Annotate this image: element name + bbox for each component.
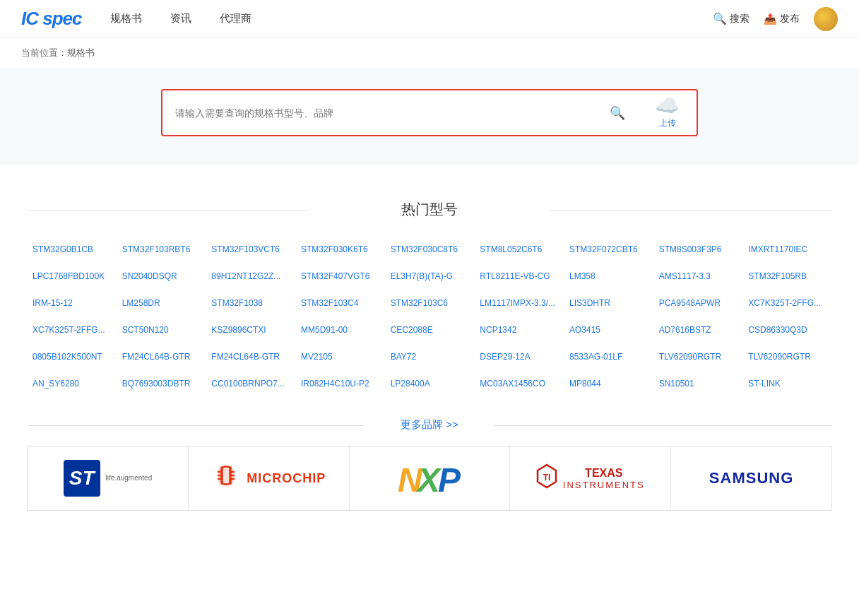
brand-samsung[interactable]: SAMSUNG	[671, 446, 831, 510]
part-item[interactable]: AMS1117-3.3	[653, 263, 743, 290]
part-item[interactable]: EL3H7(B)(TA)-G	[385, 263, 475, 290]
main-content: 热门型号 STM32G0B1CBSTM32F103RBT6STM32F103VC…	[6, 165, 853, 525]
nxp-logo: N X P	[394, 456, 465, 501]
part-item[interactable]: ST-LINK	[742, 370, 832, 397]
part-item[interactable]: NCP1342	[474, 316, 564, 343]
part-item[interactable]: SN10501	[653, 370, 743, 397]
part-item[interactable]: LPC1768FBD100K	[27, 263, 117, 290]
part-item[interactable]: CSD86330Q3D	[742, 316, 832, 343]
part-item[interactable]: LM1117IMPX-3.3/...	[474, 290, 564, 316]
header: IC spec 规格书 资讯 代理商 🔍 搜索 📤 发布	[0, 0, 859, 38]
part-item[interactable]: AO3415	[564, 316, 653, 343]
part-item[interactable]: MM5D91-00	[295, 316, 385, 343]
upload-label: 上传	[659, 117, 676, 129]
microchip-text: MICROCHIP	[247, 471, 326, 486]
upload-cloud-icon: ☁️	[655, 96, 680, 116]
avatar[interactable]	[814, 7, 838, 31]
brand-microchip[interactable]: MICROCHIP	[189, 446, 350, 510]
brand-nxp[interactable]: N X P	[350, 446, 511, 510]
breadcrumb: 当前位置：规格书	[0, 38, 859, 68]
nav-guigeshü[interactable]: 规格书	[110, 9, 142, 28]
part-item[interactable]: STM32F072CBT6	[564, 236, 653, 263]
part-item[interactable]: STM32F103C4	[295, 290, 385, 316]
part-item[interactable]: XC7K325T-2FFG...	[27, 316, 117, 343]
part-item[interactable]: FM24CL64B-GTR	[117, 343, 206, 370]
part-item[interactable]: CEC2088E	[385, 316, 475, 343]
microchip-icon	[211, 461, 241, 496]
part-item[interactable]: MV2105	[295, 343, 385, 370]
part-item[interactable]: STM32F103C6	[385, 290, 475, 316]
part-item[interactable]: STM32F407VGT6	[295, 263, 385, 290]
samsung-logo: SAMSUNG	[709, 469, 793, 487]
part-item[interactable]: AN_SY6280	[27, 370, 117, 397]
microchip-logo: MICROCHIP	[211, 461, 326, 496]
part-item[interactable]: CC0100BRNPO7...	[206, 370, 295, 397]
part-item[interactable]: STM8L052C6T6	[474, 236, 564, 263]
part-item[interactable]: FM24CL64B-GTR	[206, 343, 295, 370]
main-nav: 规格书 资讯 代理商	[110, 9, 713, 28]
svg-text:P: P	[438, 461, 461, 499]
nav-zixun[interactable]: 资讯	[170, 9, 191, 28]
part-item[interactable]: STM32G0B1CB	[27, 236, 117, 263]
part-item[interactable]: STM32F030K6T6	[295, 236, 385, 263]
part-item[interactable]: LM358	[564, 263, 653, 290]
part-item[interactable]: STM32F103VCT6	[206, 236, 295, 263]
part-item[interactable]: DSEP29-12A	[474, 343, 564, 370]
st-icon: ST	[64, 460, 100, 497]
logo[interactable]: IC spec	[21, 8, 82, 30]
part-item[interactable]: TLV62090RGTR	[742, 343, 832, 370]
part-item[interactable]: IMXRT1170IEC	[742, 236, 832, 263]
svg-text:TI: TI	[543, 473, 551, 482]
part-item[interactable]: LIS3DHTR	[564, 290, 653, 316]
parts-grid: STM32G0B1CBSTM32F103RBT6STM32F103VCT6STM…	[27, 236, 832, 397]
breadcrumb-text: 当前位置：规格书	[21, 47, 95, 58]
search-button[interactable]: 🔍 搜索	[713, 12, 750, 25]
brand-ti[interactable]: TI TEXAS INSTRUMENTS	[510, 446, 671, 510]
search-label: 搜索	[730, 13, 750, 25]
part-item[interactable]: AD7616BSTZ	[653, 316, 743, 343]
part-item[interactable]: PCA9548APWR	[653, 290, 743, 316]
part-item[interactable]: LM258DR	[117, 290, 206, 316]
part-item[interactable]: KSZ9896CTXI	[206, 316, 295, 343]
part-item[interactable]: RTL8211E-VB-CG	[474, 263, 564, 290]
publish-button[interactable]: 📤 发布	[764, 13, 800, 25]
part-item[interactable]: BQ7693003DBTR	[117, 370, 206, 397]
more-brands: 更多品牌 >>	[27, 418, 832, 432]
part-item[interactable]: 89H12NT12G2Z...	[206, 263, 295, 290]
ti-text1: TEXAS	[563, 467, 645, 480]
upload-button[interactable]: ☁️ 上传	[638, 90, 697, 135]
part-item[interactable]: STM8S003F3P6	[653, 236, 743, 263]
search-input[interactable]	[162, 96, 597, 130]
publish-icon: 📤	[764, 13, 777, 25]
part-item[interactable]: MP8044	[564, 370, 653, 397]
part-item[interactable]: STM32F105RB	[742, 263, 832, 290]
part-item[interactable]: 8533AG-01LF	[564, 343, 653, 370]
part-item[interactable]: TLV62090RGTR	[653, 343, 743, 370]
popular-section-title: 热门型号	[27, 200, 832, 219]
part-item[interactable]: IRM-15-12	[27, 290, 117, 316]
part-item[interactable]: STM32F030C8T6	[385, 236, 475, 263]
part-item[interactable]: STM32F103RBT6	[117, 236, 206, 263]
search-icon: 🔍	[713, 12, 727, 25]
part-item[interactable]: MC03AX1456CO	[474, 370, 564, 397]
part-item[interactable]: SCT50N120	[117, 316, 206, 343]
st-tagline: life.augmented	[106, 473, 153, 483]
ti-text2: INSTRUMENTS	[563, 480, 645, 490]
brand-logos: ST life.augmented MICROCHIP	[27, 446, 832, 511]
brand-st[interactable]: ST life.augmented	[28, 446, 189, 510]
part-item[interactable]: BAY72	[385, 343, 475, 370]
ti-logo: TI TEXAS INSTRUMENTS	[536, 463, 645, 494]
part-item[interactable]: STM32F1038	[206, 290, 295, 316]
search-area: 🔍 ☁️ 上传	[0, 68, 859, 165]
nav-dailishang[interactable]: 代理商	[220, 9, 251, 28]
part-item[interactable]: IR082H4C10U-P2	[295, 370, 385, 397]
part-item[interactable]: SN2040DSQR	[117, 263, 206, 290]
part-item[interactable]: XC7K325T-2FFG...	[742, 290, 832, 316]
st-logo: ST life.augmented	[64, 460, 153, 497]
part-item[interactable]: 0805B102K500NT	[27, 343, 117, 370]
avatar-image	[814, 7, 838, 31]
part-item[interactable]: LP28400A	[385, 370, 475, 397]
more-brands-link[interactable]: 更多品牌 >>	[401, 418, 458, 430]
search-submit-icon[interactable]: 🔍	[597, 97, 638, 129]
search-box: 🔍 ☁️ 上传	[161, 89, 698, 136]
